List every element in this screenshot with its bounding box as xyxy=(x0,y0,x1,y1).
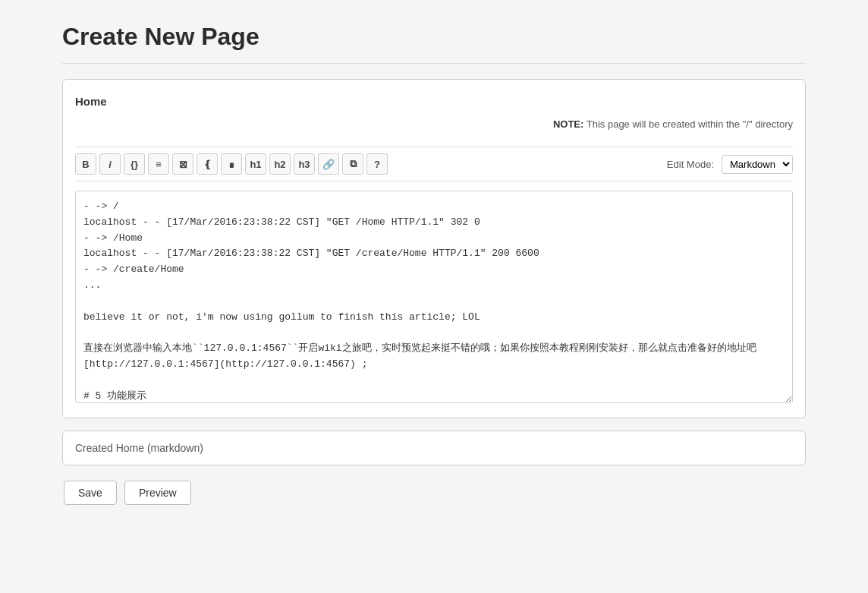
unordered-list-button[interactable]: ≡ xyxy=(148,153,169,175)
h2-button[interactable]: h2 xyxy=(269,153,291,175)
ordered-list-button[interactable]: ⊠ xyxy=(172,153,193,175)
action-buttons: Save Preview xyxy=(62,481,806,505)
hr-button[interactable]: ∎ xyxy=(221,153,242,175)
save-button[interactable]: Save xyxy=(64,481,117,505)
bold-button[interactable]: B xyxy=(75,153,96,175)
blockquote-button[interactable]: ❴ xyxy=(197,153,218,175)
preview-button[interactable]: Preview xyxy=(124,481,191,505)
link-button[interactable]: 🔗 xyxy=(318,153,339,175)
h3-button[interactable]: h3 xyxy=(294,153,315,175)
commit-container xyxy=(62,431,806,465)
edit-mode-select[interactable]: Markdown AsciiDoc MediaWiki Org xyxy=(722,155,793,174)
page-title: Create New Page xyxy=(62,23,806,64)
italic-button[interactable]: i xyxy=(99,153,121,175)
code-button[interactable]: {} xyxy=(124,153,145,175)
editor-container: NOTE: This page will be created within t… xyxy=(62,79,806,418)
page-name-input[interactable] xyxy=(75,92,793,111)
edit-mode-label: Edit Mode: xyxy=(667,159,714,170)
commit-message-input[interactable] xyxy=(75,442,793,454)
note-text: This page will be created within the "/"… xyxy=(587,118,793,130)
note-label: NOTE: xyxy=(553,118,583,130)
copy-button[interactable]: ⧉ xyxy=(342,153,363,175)
page-wrapper: Create New Page NOTE: This page will be … xyxy=(32,0,836,535)
help-button[interactable]: ? xyxy=(366,153,388,175)
toolbar: B i {} ≡ ⊠ ❴ ∎ h1 h2 h3 🔗 ⧉ ? Edit Mode:… xyxy=(75,147,793,181)
editor-textarea[interactable]: - -> / localhost - - [17/Mar/2016:23:38:… xyxy=(75,191,793,403)
h1-button[interactable]: h1 xyxy=(245,153,266,175)
note-bar: NOTE: This page will be created within t… xyxy=(75,118,793,137)
